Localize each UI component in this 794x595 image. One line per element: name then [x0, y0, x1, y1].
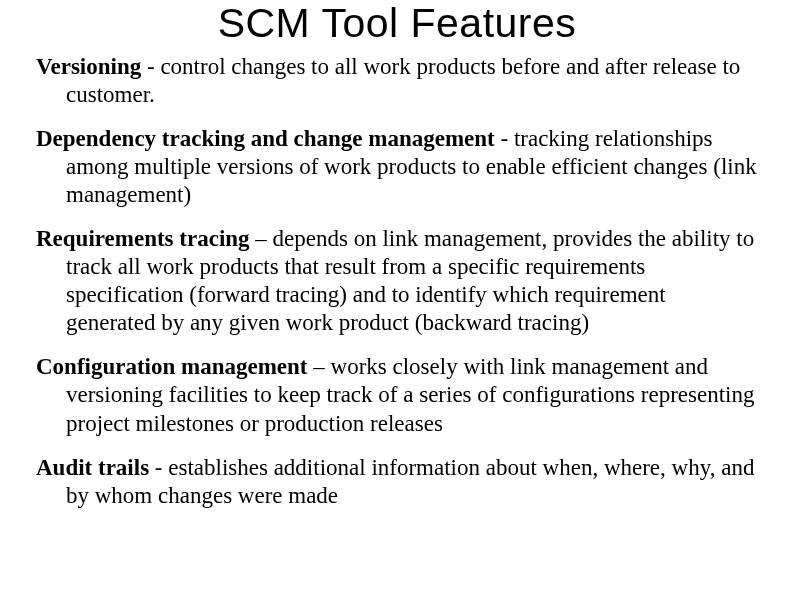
- list-item: Requirements tracing – depends on link m…: [36, 225, 758, 337]
- feature-term: Audit trails: [36, 455, 149, 480]
- feature-desc: - establishes additional information abo…: [66, 455, 754, 508]
- feature-term: Configuration management: [36, 354, 308, 379]
- page-title: SCM Tool Features: [36, 0, 758, 47]
- list-item: Audit trails - establishes additional in…: [36, 454, 758, 510]
- feature-desc: - control changes to all work products b…: [66, 54, 740, 107]
- feature-term: Requirements tracing: [36, 226, 250, 251]
- feature-term: Versioning: [36, 54, 141, 79]
- list-item: Dependency tracking and change managemen…: [36, 125, 758, 209]
- list-item: Versioning - control changes to all work…: [36, 53, 758, 109]
- list-item: Configuration management – works closely…: [36, 353, 758, 437]
- feature-list: Versioning - control changes to all work…: [36, 53, 758, 510]
- feature-term: Dependency tracking and change managemen…: [36, 126, 495, 151]
- slide: SCM Tool Features Versioning - control c…: [0, 0, 794, 595]
